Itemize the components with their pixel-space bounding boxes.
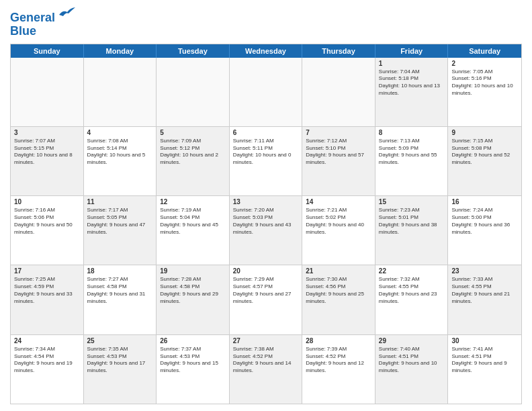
day-info: Sunrise: 7:30 AM Sunset: 4:56 PM Dayligh…	[306, 276, 371, 305]
day-info: Sunrise: 7:21 AM Sunset: 5:02 PM Dayligh…	[306, 207, 371, 236]
day-info: Sunrise: 7:09 AM Sunset: 5:12 PM Dayligh…	[160, 138, 226, 167]
calendar-cell: 9Sunrise: 7:15 AM Sunset: 5:08 PM Daylig…	[448, 127, 521, 195]
calendar-body: 1Sunrise: 7:04 AM Sunset: 5:18 PM Daylig…	[11, 58, 521, 404]
weekday-header: Sunday	[11, 44, 84, 58]
day-info: Sunrise: 7:04 AM Sunset: 5:18 PM Dayligh…	[379, 68, 445, 97]
calendar-cell: 15Sunrise: 7:23 AM Sunset: 5:01 PM Dayli…	[375, 196, 449, 265]
day-info: Sunrise: 7:11 AM Sunset: 5:11 PM Dayligh…	[233, 138, 299, 167]
calendar-cell: 23Sunrise: 7:33 AM Sunset: 4:55 PM Dayli…	[448, 265, 521, 334]
calendar-cell: 24Sunrise: 7:34 AM Sunset: 4:54 PM Dayli…	[11, 335, 84, 404]
day-info: Sunrise: 7:23 AM Sunset: 5:01 PM Dayligh…	[379, 207, 445, 236]
calendar-cell: 6Sunrise: 7:11 AM Sunset: 5:11 PM Daylig…	[230, 127, 303, 195]
day-number: 25	[87, 337, 153, 345]
day-number: 4	[87, 129, 153, 136]
day-info: Sunrise: 7:40 AM Sunset: 4:51 PM Dayligh…	[379, 346, 445, 375]
day-info: Sunrise: 7:08 AM Sunset: 5:14 PM Dayligh…	[87, 138, 153, 167]
day-info: Sunrise: 7:33 AM Sunset: 4:55 PM Dayligh…	[451, 276, 518, 305]
calendar-cell: 13Sunrise: 7:20 AM Sunset: 5:03 PM Dayli…	[230, 196, 303, 265]
day-info: Sunrise: 7:13 AM Sunset: 5:09 PM Dayligh…	[379, 138, 445, 167]
day-number: 9	[451, 129, 518, 136]
logo-general: General	[10, 11, 55, 24]
logo: General Blue	[10, 9, 75, 38]
day-number: 26	[160, 337, 226, 345]
calendar-cell: 14Sunrise: 7:21 AM Sunset: 5:02 PM Dayli…	[302, 196, 375, 265]
weekday-header: Thursday	[302, 44, 375, 58]
calendar-cell	[11, 58, 84, 126]
page: General Blue SundayMondayTuesdayWednesda…	[0, 0, 532, 411]
calendar-row: 3Sunrise: 7:07 AM Sunset: 5:15 PM Daylig…	[11, 127, 521, 196]
calendar-cell	[84, 58, 157, 126]
calendar-cell: 18Sunrise: 7:27 AM Sunset: 4:58 PM Dayli…	[84, 265, 157, 334]
day-info: Sunrise: 7:35 AM Sunset: 4:53 PM Dayligh…	[87, 346, 153, 375]
calendar-cell	[230, 58, 303, 126]
calendar-header: SundayMondayTuesdayWednesdayThursdayFrid…	[11, 44, 521, 58]
day-number: 16	[451, 198, 518, 205]
calendar-cell: 11Sunrise: 7:17 AM Sunset: 5:05 PM Dayli…	[84, 196, 157, 265]
calendar: SundayMondayTuesdayWednesdayThursdayFrid…	[10, 44, 522, 404]
weekday-header: Wednesday	[230, 44, 303, 58]
day-number: 8	[379, 129, 445, 136]
weekday-header: Friday	[375, 44, 449, 58]
calendar-cell: 26Sunrise: 7:37 AM Sunset: 4:53 PM Dayli…	[157, 335, 230, 404]
day-info: Sunrise: 7:27 AM Sunset: 4:58 PM Dayligh…	[87, 276, 153, 305]
calendar-row: 17Sunrise: 7:25 AM Sunset: 4:59 PM Dayli…	[11, 265, 521, 334]
day-number: 19	[160, 267, 226, 275]
day-number: 30	[451, 337, 518, 345]
calendar-row: 1Sunrise: 7:04 AM Sunset: 5:18 PM Daylig…	[11, 58, 521, 127]
day-number: 27	[233, 337, 299, 345]
calendar-cell: 12Sunrise: 7:19 AM Sunset: 5:04 PM Dayli…	[157, 196, 230, 265]
calendar-cell	[157, 58, 230, 126]
day-info: Sunrise: 7:25 AM Sunset: 4:59 PM Dayligh…	[14, 276, 80, 305]
calendar-cell: 28Sunrise: 7:39 AM Sunset: 4:52 PM Dayli…	[302, 335, 375, 404]
calendar-cell: 7Sunrise: 7:12 AM Sunset: 5:10 PM Daylig…	[302, 127, 375, 195]
calendar-cell: 8Sunrise: 7:13 AM Sunset: 5:09 PM Daylig…	[375, 127, 449, 195]
calendar-cell: 5Sunrise: 7:09 AM Sunset: 5:12 PM Daylig…	[157, 127, 230, 195]
calendar-row: 10Sunrise: 7:16 AM Sunset: 5:06 PM Dayli…	[11, 196, 521, 265]
day-number: 15	[379, 198, 445, 205]
calendar-cell: 10Sunrise: 7:16 AM Sunset: 5:06 PM Dayli…	[11, 196, 84, 265]
calendar-cell: 20Sunrise: 7:29 AM Sunset: 4:57 PM Dayli…	[230, 265, 303, 334]
day-number: 5	[160, 129, 226, 136]
day-number: 24	[14, 337, 80, 345]
day-number: 22	[379, 267, 445, 275]
day-info: Sunrise: 7:34 AM Sunset: 4:54 PM Dayligh…	[14, 346, 80, 375]
day-info: Sunrise: 7:29 AM Sunset: 4:57 PM Dayligh…	[233, 276, 299, 305]
day-info: Sunrise: 7:07 AM Sunset: 5:15 PM Dayligh…	[14, 138, 80, 167]
weekday-header: Monday	[84, 44, 157, 58]
day-info: Sunrise: 7:20 AM Sunset: 5:03 PM Dayligh…	[233, 207, 299, 236]
day-number: 20	[233, 267, 299, 275]
calendar-cell: 27Sunrise: 7:38 AM Sunset: 4:52 PM Dayli…	[230, 335, 303, 404]
weekday-header: Saturday	[448, 44, 521, 58]
day-number: 23	[451, 267, 518, 275]
day-info: Sunrise: 7:41 AM Sunset: 4:51 PM Dayligh…	[451, 346, 518, 375]
calendar-cell: 25Sunrise: 7:35 AM Sunset: 4:53 PM Dayli…	[84, 335, 157, 404]
header: General Blue	[10, 7, 522, 38]
day-number: 18	[87, 267, 153, 275]
calendar-cell	[302, 58, 375, 126]
calendar-row: 24Sunrise: 7:34 AM Sunset: 4:54 PM Dayli…	[11, 335, 521, 404]
calendar-cell: 4Sunrise: 7:08 AM Sunset: 5:14 PM Daylig…	[84, 127, 157, 195]
calendar-cell: 21Sunrise: 7:30 AM Sunset: 4:56 PM Dayli…	[302, 265, 375, 334]
calendar-cell: 16Sunrise: 7:24 AM Sunset: 5:00 PM Dayli…	[448, 196, 521, 265]
day-number: 1	[379, 60, 445, 67]
day-info: Sunrise: 7:39 AM Sunset: 4:52 PM Dayligh…	[306, 346, 371, 375]
logo-text-block: General Blue	[10, 9, 75, 38]
day-number: 6	[233, 129, 299, 136]
day-info: Sunrise: 7:19 AM Sunset: 5:04 PM Dayligh…	[160, 207, 226, 236]
day-info: Sunrise: 7:05 AM Sunset: 5:16 PM Dayligh…	[451, 68, 518, 97]
calendar-cell: 22Sunrise: 7:32 AM Sunset: 4:55 PM Dayli…	[375, 265, 449, 334]
calendar-cell: 29Sunrise: 7:40 AM Sunset: 4:51 PM Dayli…	[375, 335, 449, 404]
day-number: 29	[379, 337, 445, 345]
day-info: Sunrise: 7:28 AM Sunset: 4:58 PM Dayligh…	[160, 276, 226, 305]
weekday-header: Tuesday	[157, 44, 230, 58]
calendar-cell: 2Sunrise: 7:05 AM Sunset: 5:16 PM Daylig…	[448, 58, 521, 126]
logo-text: General	[10, 9, 75, 25]
day-info: Sunrise: 7:17 AM Sunset: 5:05 PM Dayligh…	[87, 207, 153, 236]
day-number: 17	[14, 267, 80, 275]
day-number: 28	[306, 337, 371, 345]
day-number: 14	[306, 198, 371, 205]
day-info: Sunrise: 7:16 AM Sunset: 5:06 PM Dayligh…	[14, 207, 80, 236]
day-number: 21	[306, 267, 371, 275]
day-info: Sunrise: 7:15 AM Sunset: 5:08 PM Dayligh…	[451, 138, 518, 167]
day-number: 3	[14, 129, 80, 136]
